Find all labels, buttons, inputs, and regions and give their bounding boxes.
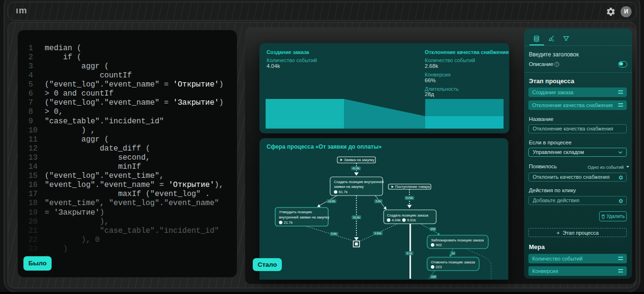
svg-text:61.7k: 61.7k xyxy=(339,190,348,194)
svg-text:19.8k: 19.8k xyxy=(328,200,336,203)
svg-text:3.69k: 3.69k xyxy=(375,232,382,235)
svg-text:158: 158 xyxy=(431,275,436,278)
svg-text:?: ? xyxy=(556,63,558,66)
svg-text:41.8k: 41.8k xyxy=(353,167,360,170)
svg-text:Заблокировать позицию заказа: Заблокировать позицию заказа xyxy=(431,238,484,242)
svg-text:Поступление товара: Поступление товара xyxy=(395,185,430,189)
svg-text:Заявка на закупку: Заявка на закупку xyxy=(344,158,375,162)
svg-text:223: 223 xyxy=(436,265,442,269)
svg-text:внутренней заявки на закупку: внутренней заявки на закупку xyxy=(279,215,329,219)
svg-text:5.9k: 5.9k xyxy=(407,252,412,255)
svg-text:5.8k: 5.8k xyxy=(331,232,337,235)
svg-text:32.6k: 32.6k xyxy=(353,216,361,219)
svg-text:236: 236 xyxy=(430,228,436,230)
svg-text:5.03k: 5.03k xyxy=(406,196,414,199)
svg-text:Создать позицию внутренней: Создать позицию внутренней xyxy=(334,180,384,184)
svg-text:9.91k: 9.91k xyxy=(407,218,416,222)
svg-text:Создать позицию заказа: Создать позицию заказа xyxy=(387,213,429,218)
svg-text:21.7k: 21.7k xyxy=(284,220,293,225)
svg-text:4.04k: 4.04k xyxy=(392,218,401,222)
svg-text:3.8k: 3.8k xyxy=(376,200,381,203)
svg-text:Утвердить позицию: Утвердить позицию xyxy=(279,210,312,214)
svg-text:Отменить позицию заказа: Отменить позицию заказа xyxy=(431,260,475,264)
svg-text:902: 902 xyxy=(436,243,442,247)
svg-text:заявки на закупку: заявки на закупку xyxy=(334,185,364,189)
svg-text:14: 14 xyxy=(451,252,455,255)
